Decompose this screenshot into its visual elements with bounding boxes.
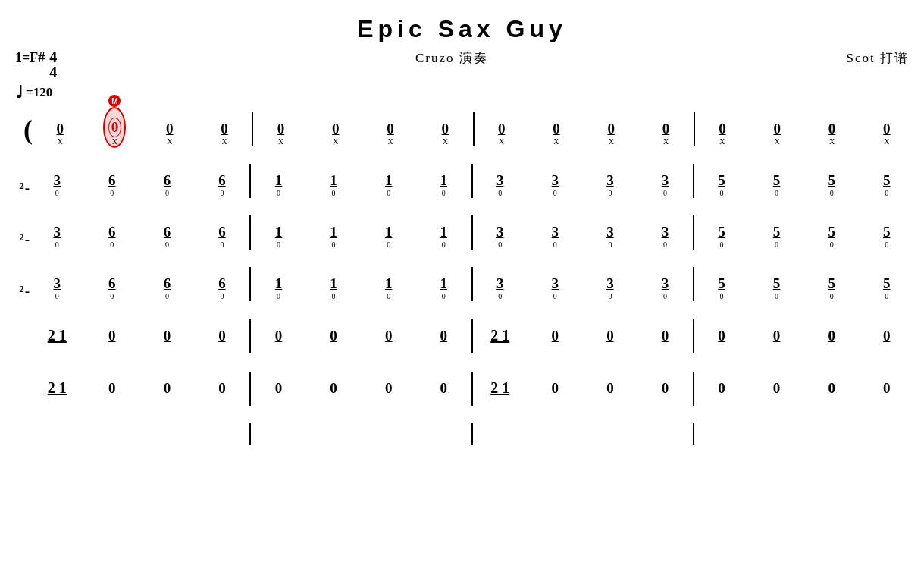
r3-measure-3: 30 30 30 30 [475,215,691,250]
r4-n6: 10 [324,266,343,301]
r2-n1: 3 0 [47,163,67,198]
r4-measure-4: 50 50 50 50 [696,266,913,301]
r2-n2: 6 0 [102,163,122,198]
time-numerator: 4 [49,49,57,64]
r2-measure-3: 30 30 30 30 [475,163,691,198]
r2-n13: 50 [712,163,731,198]
r2-n16: 50 [877,163,897,198]
r4-n2: 60 [102,266,122,301]
r4-n13: 50 [712,266,731,301]
r5-measure-3: 2 1 0 0 0 [475,318,691,353]
r5-n6: 0 [324,319,343,353]
r5-n16: 0 [877,319,897,353]
r3-n16: 50 [877,215,897,250]
r4-n7: 10 [379,266,399,301]
watermark [0,0,61,38]
r3-n13: 50 [712,215,731,250]
note-0x-5: 0X [271,112,290,146]
r5-measure-2: 0 0 0 0 [252,319,469,353]
key-text: 1=F# [15,50,45,66]
r5-n14: 0 [767,319,787,353]
r4-measure-3: 30 30 30 30 [475,266,691,301]
transcriber-info: Scot 打谱 [847,49,909,67]
r3-measure-2: 10 10 10 10 [252,215,469,250]
r5-n3: 0 [157,319,177,353]
r5-n11: 0 [600,319,620,353]
note-0x-10: 0X [547,112,566,146]
row5-content: 2 1 0 0 0 0 0 0 0 [31,318,913,353]
r5-n1-21: 2 1 [47,318,67,353]
row1-prefix: ( [11,116,34,146]
r5-barline-1 [249,319,251,353]
row2-prefix: 2 - [11,181,31,198]
note-0x-7: 0X [381,112,400,146]
music-row-2: 2 - 3 0 6 0 [11,163,913,198]
r6-n13: 0 [712,371,731,406]
partial-barline-2 [471,423,473,445]
r6-n4: 0 [212,371,232,406]
row4-prefix: 2 - [11,284,31,301]
r3-n2: 60 [102,215,122,250]
r4-measure-2: 10 10 10 10 [252,266,469,301]
r4-n3: 60 [157,266,177,301]
r3-n5: 10 [269,215,289,250]
r6-measure-2: 0 0 0 0 [252,371,469,406]
r2-n9: 30 [490,163,510,198]
r6-barline-2 [471,372,473,406]
tempo-row: ♩ =120 [8,83,916,102]
r6-n2: 0 [102,371,122,406]
r4-n15: 50 [822,266,841,301]
r2-barline-2 [471,164,473,198]
r2-n3: 6 0 [157,163,177,198]
r2-measure-4: 50 50 50 50 [696,163,913,198]
r4-n5: 10 [269,266,289,301]
r2-n12: 30 [655,163,675,198]
r3-measure-1: 30 60 60 60 [31,215,248,250]
partial-barline-3 [693,423,694,445]
r6-n7: 0 [379,371,399,406]
row6-content: 2 1 0 0 0 0 0 0 0 [31,370,913,406]
r3-n4: 60 [212,215,232,250]
r3-barline-1 [249,215,251,250]
r3-measure-4: 50 50 50 50 [696,215,913,250]
r4-n4: 60 [212,266,232,301]
music-row-6: 2 1 0 0 0 0 0 0 0 [11,370,913,406]
page: Epic Sax Guy 1=F# 4 4 Cruzo 演奏 Scot 打谱 ♩… [0,0,924,578]
r5-n9-21: 2 1 [490,318,510,353]
r2-n14: 50 [767,163,787,198]
r3-n8: 10 [434,215,453,250]
r4-n8: 10 [434,266,453,301]
r2-measure-1: 3 0 6 0 6 0 6 [31,163,248,198]
r6-n12: 0 [655,371,675,406]
r5-n10: 0 [545,319,565,353]
r2-n8: 10 [434,163,453,198]
r3-n1: 30 [47,215,67,250]
row7-prefix [11,442,31,445]
r2-measure-2: 10 10 10 10 [252,163,469,198]
r6-measure-4: 0 0 0 0 [696,371,913,406]
r6-n15: 0 [822,371,841,406]
r3-barline-3 [693,215,694,250]
time-sig: 4 4 [49,49,57,80]
barline-2 [473,112,475,146]
r6-measure-1: 2 1 0 0 0 [31,370,248,406]
r3-n12: 30 [655,215,675,250]
measure-1: 0 X M 0 X 0 X [34,108,250,146]
r3-n14: 50 [767,215,787,250]
partial-barline-1 [249,423,251,445]
r5-n15: 0 [822,319,841,353]
note-0x-16: 0X [877,112,897,146]
r3-n7: 10 [379,215,399,250]
r2-barline-1 [249,164,251,198]
r2-n10: 30 [545,163,565,198]
barline-3 [694,112,695,146]
r6-n1-21: 2 1 [47,370,67,406]
music-row-7-partial [11,423,913,445]
r4-n9: 30 [490,266,510,301]
note-0x-6: 0X [326,112,346,146]
r2-n15: 50 [822,163,841,198]
r4-measure-1: 30 60 60 60 [31,266,248,301]
staff-container: ( 0 X M 0 X [8,108,916,445]
r4-n10: 30 [545,266,565,301]
note-0x-4: 0 X [215,112,234,146]
